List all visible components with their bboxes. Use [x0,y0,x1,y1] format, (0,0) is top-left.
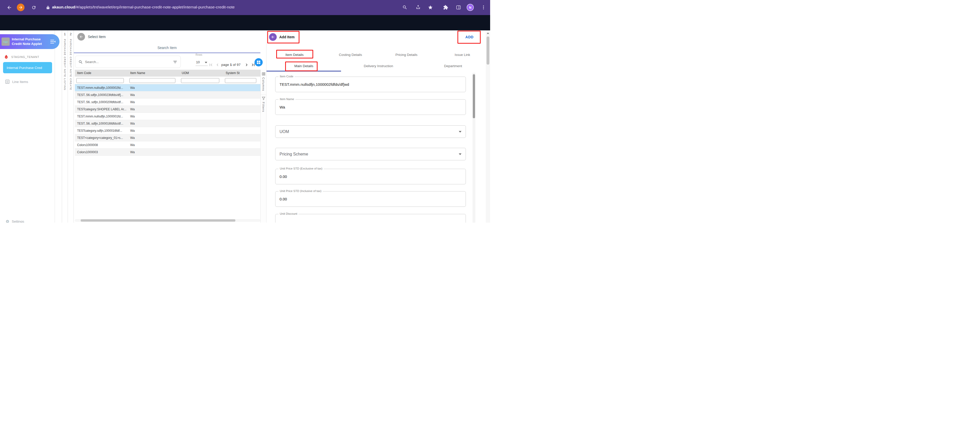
uom-select[interactable]: UOM [275,126,466,138]
table-row[interactable]: TEST..56..sdfjn,1000016fdfds/df... Wa [75,120,260,127]
select-item-back-button[interactable] [77,33,85,41]
pricing-scheme-select[interactable]: Pricing Scheme [275,148,466,161]
columns-label: Columns [262,77,265,91]
applet-title-line2: Credit Note Applet [12,41,49,46]
subtab-department[interactable]: Department [416,61,490,71]
column-header-item-code[interactable]: Item Code [75,70,128,76]
url-bar[interactable]: akaun.cloud/#/applets/tnt/wavelet/erp/in… [52,5,394,11]
table-row[interactable]: Colors1000008 Wa [75,141,260,149]
grid-view-button[interactable] [255,58,262,67]
cell-item-name: Wa [128,134,180,141]
sidebar-collapse-icon[interactable] [50,39,56,44]
first-page-icon[interactable] [208,62,213,67]
forward-icon[interactable] [17,3,24,11]
filter-item-name-input[interactable] [129,78,175,83]
pricing-scheme-label: Pricing Scheme [280,152,308,156]
item-name-input[interactable] [275,100,466,114]
step-number: 1 [62,30,68,36]
unit-price-exclusive-input[interactable] [275,169,466,184]
item-code-field: Item Code [275,76,466,92]
tab-pricing-details[interactable]: Pricing Details [379,50,434,60]
sidebar-item-settings[interactable]: ⚙ Settings [0,219,55,222]
chevron-down-icon [205,62,207,63]
sub-tabs: Main Details Delivery Instruction Depart… [267,61,490,71]
filter-item-code-input[interactable] [76,78,124,83]
cell-system-status [223,84,260,91]
step-purchase-credit-note-create[interactable]: 2 PURCHASE CREDIT NOTE CREATE [68,30,74,222]
next-page-icon[interactable] [244,62,249,67]
table-row[interactable]: Colors1000003 Wa [75,149,260,156]
step-number: 2 [68,30,73,36]
rows-per-page-value: 10 [196,60,200,64]
table-row[interactable]: TEST..56..sdfjn,1000020fdfds/df... Wa [75,99,260,106]
url-domain: akaun.cloud [52,5,75,9]
column-header-system-status[interactable]: System St [223,70,260,76]
cell-item-name: Wa [128,127,180,134]
table-row[interactable]: TEST.mmm.nullsdfjn,1000001fd... Wa [75,113,260,120]
filter-cell [180,76,223,84]
reload-icon[interactable] [32,5,36,10]
add-item-back-button[interactable] [269,33,277,41]
table-row[interactable]: TEST<category<category_01>s... Wa [75,134,260,141]
scroll-up-icon[interactable] [487,32,489,34]
screen: akaun.cloud/#/applets/tnt/wavelet/erp/in… [0,0,490,222]
tab-issue-link[interactable]: Issue Link [434,50,490,60]
table-row[interactable]: TEST.mmm.nullsdfjn,1000002fd... Wa [75,84,260,91]
columns-icon [262,72,265,76]
side-panel-icon[interactable] [456,5,461,10]
filter-uom-input[interactable] [181,78,219,83]
detail-tabs: Item Details Costing Details Pricing Det… [267,50,490,60]
lock-icon[interactable] [46,5,50,10]
search-input[interactable] [85,56,169,67]
item-code-input[interactable] [275,77,466,92]
step-label: PURCHASE CREDIT NOTE LISTING [64,39,66,91]
panel-scrollbar-thumb[interactable] [473,74,475,118]
cell-uom [180,91,223,98]
bookmark-star-icon[interactable] [428,5,433,10]
filter-system-status-input[interactable] [225,78,256,83]
cell-item-name: Wa [128,106,180,113]
table-row[interactable]: TEST..56.sdfjn,1000023fdfds/df]... Wa [75,91,260,99]
unit-discount-input[interactable] [275,214,466,222]
cell-uom [180,84,223,91]
page-of: of [233,63,235,67]
tenant-row[interactable]: STAGING_TENANT [0,54,55,62]
browser-profile-avatar[interactable]: N [467,4,474,11]
step-purchase-credit-note-listing[interactable]: 1 PURCHASE CREDIT NOTE LISTING [62,30,68,222]
applet-header-chip[interactable]: logo Internal Purchase Credit Note Apple… [0,34,59,49]
table-row[interactable]: TESTcategory:SHOPEE LABEL Ar... Wa [75,106,260,113]
tab-costing-details[interactable]: Costing Details [322,50,378,60]
rows-per-page-select[interactable]: 10 [196,59,208,66]
side-strip-divider [261,95,267,95]
filters-label: Filters [262,102,265,112]
step-label: PURCHASE CREDIT NOTE CREATE [70,39,72,91]
settings-label: Settings [12,219,24,222]
sidebar-item-line-items[interactable]: Line Items [0,78,55,86]
browser-menu-kebab-icon[interactable] [481,5,486,10]
table-side-strip: Columns Filters [260,70,266,222]
prev-page-icon[interactable] [215,62,220,67]
page-scrollbar-thumb[interactable] [487,37,489,65]
tab-search-item[interactable]: Search Item [74,46,260,50]
zoom-search-icon[interactable] [402,5,407,10]
column-header-uom[interactable]: UOM [180,70,223,76]
cell-item-code: TEST.mmm.nullsdfjn,1000002fd... [75,84,128,91]
unit-price-inclusive-input[interactable] [275,191,466,207]
subtab-delivery-instruction[interactable]: Delivery Instruction [341,61,415,71]
sidebar-item-internal-purchase-credit-note[interactable]: Internal Purchase Cred [3,62,52,73]
tab-item-details[interactable]: Item Details [267,50,322,60]
column-header-item-name[interactable]: Item Name [128,70,180,76]
applet-logo-text: logo [3,40,8,43]
table-row[interactable]: TESTcategory.sdfjn,1000016fdf... Wa [75,127,260,134]
subtab-main-details[interactable]: Main Details [267,61,341,71]
cell-uom [180,106,223,113]
extensions-puzzle-icon[interactable] [443,5,448,10]
add-button[interactable]: ADD [460,32,479,41]
filter-list-icon[interactable] [173,60,177,64]
share-icon[interactable] [415,5,421,10]
table-body: TEST.mmm.nullsdfjn,1000002fd... Wa TEST.… [75,84,260,156]
cell-item-name: Wa [128,113,180,120]
cell-item-code: Colors1000003 [75,149,128,156]
horizontal-scrollbar-thumb[interactable] [81,219,235,222]
back-icon[interactable] [6,5,12,10]
